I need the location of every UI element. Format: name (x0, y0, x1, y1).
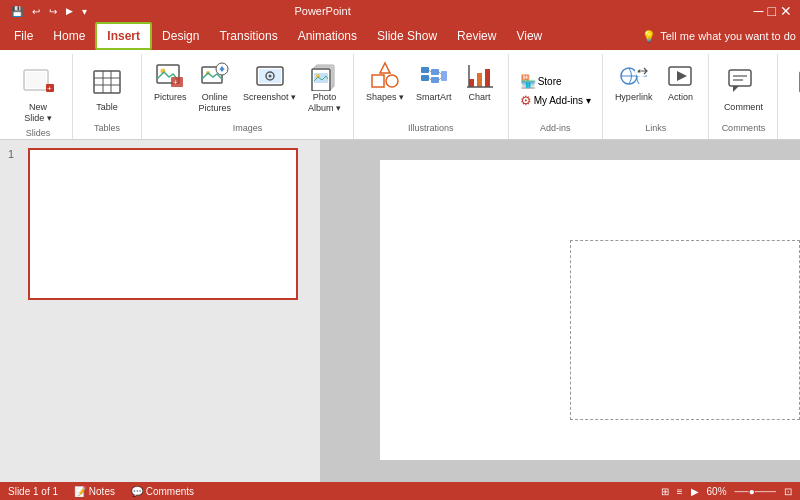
chart-button[interactable]: Chart (460, 58, 500, 105)
slide-number: 1 (8, 148, 22, 160)
store-icon: 🏪 (520, 74, 536, 89)
new-slide-button[interactable]: + NewSlide ▾ (12, 58, 64, 128)
svg-rect-48 (729, 70, 751, 86)
svg-rect-33 (441, 71, 447, 81)
menu-insert[interactable]: Insert (95, 22, 152, 50)
hyperlink-icon (618, 60, 650, 92)
chart-label: Chart (469, 92, 491, 103)
zoom-slider[interactable]: ──●─── (735, 486, 776, 497)
menu-design[interactable]: Design (152, 22, 209, 50)
undo-button[interactable]: ↩ (29, 5, 43, 18)
shapes-button[interactable]: Shapes ▾ (362, 58, 408, 105)
menu-file[interactable]: File (4, 22, 43, 50)
ribbon-group-illustrations-label: Illustrations (408, 123, 454, 135)
svg-marker-28 (380, 63, 390, 73)
store-button[interactable]: 🏪 Store (517, 73, 565, 90)
photo-album-label: PhotoAlbum ▾ (308, 92, 341, 114)
text-box-icon: A (792, 62, 800, 102)
action-button[interactable]: Action (660, 58, 700, 105)
menu-bar: File Home Insert Design Transitions Anim… (0, 22, 800, 50)
fit-button[interactable]: ⊡ (784, 486, 792, 497)
view-normal[interactable]: ⊞ (661, 486, 669, 497)
svg-text:+: + (173, 78, 178, 87)
svg-text:+: + (47, 84, 52, 93)
view-outline[interactable]: ≡ (677, 486, 683, 497)
close-button[interactable]: ✕ (780, 3, 792, 19)
my-addins-button[interactable]: ⚙ My Add-ins ▾ (517, 92, 594, 109)
svg-point-27 (386, 75, 398, 87)
ribbon-group-comments: Comment Comments (709, 54, 778, 139)
app-title: PowerPoint (294, 5, 350, 17)
screenshot-button[interactable]: Screenshot ▾ (239, 58, 300, 105)
ribbon-group-images: + Pictures OnlinePi (142, 54, 354, 139)
svg-marker-47 (677, 71, 687, 81)
slide-thumbnail-container: 1 (8, 148, 312, 300)
photo-album-button[interactable]: PhotoAlbum ▾ (304, 58, 345, 116)
my-addins-icon: ⚙ (520, 93, 532, 108)
shapes-icon (369, 60, 401, 92)
ribbon-group-addins-label: Add-ins (540, 123, 571, 135)
svg-point-20 (268, 75, 271, 78)
pictures-label: Pictures (154, 92, 187, 103)
svg-rect-1 (26, 72, 46, 88)
ribbon-group-addins: 🏪 Store ⚙ My Add-ins ▾ Add-ins (509, 54, 603, 139)
more-button[interactable]: ▾ (79, 5, 90, 18)
pictures-button[interactable]: + Pictures (150, 58, 191, 105)
text-placeholder[interactable] (570, 240, 800, 420)
save-button[interactable]: 💾 (8, 5, 26, 18)
smartart-icon (418, 60, 450, 92)
comment-label: Comment (724, 102, 763, 113)
menu-animations[interactable]: Animations (288, 22, 367, 50)
notes-button[interactable]: 📝 Notes (74, 486, 115, 497)
slide-thumbnail[interactable] (28, 148, 298, 300)
menu-review[interactable]: Review (447, 22, 506, 50)
smartart-button[interactable]: SmartArt (412, 58, 456, 105)
svg-line-35 (429, 78, 431, 80)
ribbon-group-comments-label: Comments (722, 123, 766, 135)
main-area: 1 (0, 140, 800, 482)
svg-line-37 (439, 78, 441, 80)
new-slide-label: NewSlide ▾ (24, 102, 52, 124)
quick-access-toolbar: 💾 ↩ ↪ ▶ ▾ (8, 5, 90, 18)
photo-album-icon (309, 60, 341, 92)
title-bar: 💾 ↩ ↪ ▶ ▾ PowerPoint ─ □ ✕ (0, 0, 800, 22)
table-button[interactable]: Table (81, 58, 133, 117)
online-pictures-label: OnlinePictures (199, 92, 232, 114)
comment-icon (723, 62, 763, 102)
svg-rect-40 (485, 69, 490, 87)
restore-button[interactable]: □ (768, 3, 776, 19)
pictures-icon: + (154, 60, 186, 92)
menu-slideshow[interactable]: Slide Show (367, 22, 447, 50)
online-pictures-button[interactable]: OnlinePictures (195, 58, 236, 116)
store-label: Store (538, 76, 562, 87)
menu-transitions[interactable]: Transitions (209, 22, 287, 50)
menu-home[interactable]: Home (43, 22, 95, 50)
comment-button[interactable]: Comment (717, 58, 769, 117)
table-label: Table (96, 102, 118, 113)
minimize-button[interactable]: ─ (754, 3, 764, 19)
ribbon-group-images-label: Images (233, 123, 263, 135)
action-label: Action (668, 92, 693, 103)
new-slide-icon: + (18, 62, 58, 102)
table-icon (87, 62, 127, 102)
svg-rect-31 (431, 69, 439, 75)
hyperlink-button[interactable]: Hyperlink (611, 58, 657, 105)
svg-line-36 (439, 72, 441, 74)
ribbon-group-links-label: Links (645, 123, 666, 135)
status-bar: Slide 1 of 1 📝 Notes 💬 Comments ⊞ ≡ ▶ 60… (0, 482, 800, 500)
ribbon-group-links: Hyperlink Action Links (603, 54, 710, 139)
my-addins-label: My Add-ins ▾ (534, 95, 591, 106)
menu-view[interactable]: View (506, 22, 552, 50)
slide-info: Slide 1 of 1 (8, 486, 58, 497)
tell-me-bar[interactable]: 💡 Tell me what you want to do (642, 30, 796, 43)
ribbon-group-tables-label: Tables (94, 123, 120, 135)
redo-button[interactable]: ↪ (46, 5, 60, 18)
svg-rect-30 (421, 75, 429, 81)
screenshot-label: Screenshot ▾ (243, 92, 296, 103)
view-slideshow[interactable]: ▶ (691, 486, 699, 497)
text-box-button[interactable]: A TextBox (786, 58, 800, 128)
present-button[interactable]: ▶ (63, 5, 76, 17)
comments-status[interactable]: 💬 Comments (131, 486, 194, 497)
svg-rect-24 (314, 73, 328, 83)
ribbon-group-tables: Table Tables (73, 54, 142, 139)
